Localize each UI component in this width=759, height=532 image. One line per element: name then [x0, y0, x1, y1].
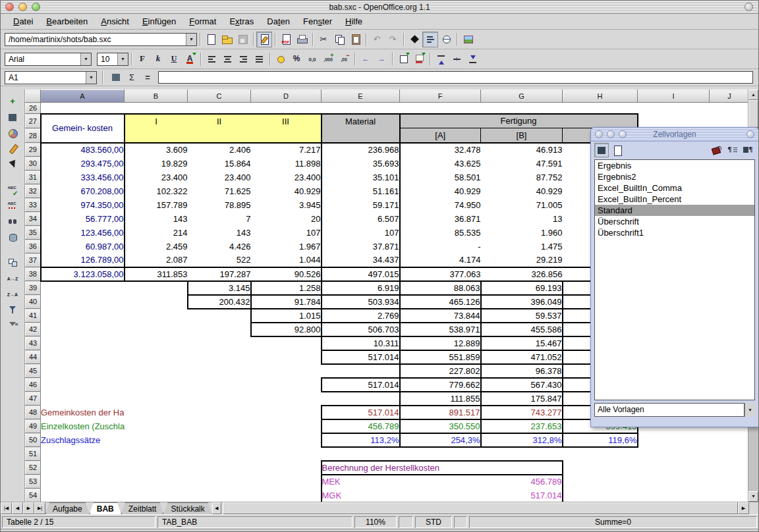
- gallery-icon[interactable]: [460, 32, 476, 47]
- next-sheet-button[interactable]: ▶: [23, 502, 34, 514]
- cell[interactable]: [125, 447, 188, 461]
- cell[interactable]: 175.847: [481, 392, 563, 406]
- cell[interactable]: [188, 447, 251, 461]
- cell[interactable]: 333.456,00: [41, 171, 125, 184]
- row-header[interactable]: 52: [26, 461, 41, 475]
- cell[interactable]: 37.871: [322, 240, 400, 253]
- cell[interactable]: [41, 392, 125, 406]
- cell[interactable]: [710, 103, 748, 114]
- cell[interactable]: MEK: [322, 475, 400, 489]
- cell[interactable]: 4.426: [188, 240, 251, 253]
- cell[interactable]: 12.889: [400, 336, 481, 350]
- cell[interactable]: 107: [251, 226, 322, 240]
- cell[interactable]: 51.161: [322, 184, 400, 198]
- dialog-title-bar[interactable]: Zellvorlagen: [591, 128, 758, 142]
- row-header[interactable]: 35: [26, 226, 41, 240]
- cell[interactable]: [563, 489, 638, 502]
- previous-sheet-button[interactable]: ◀: [12, 502, 23, 514]
- cell[interactable]: 503.934: [322, 295, 400, 309]
- cell[interactable]: [710, 433, 748, 447]
- align-bottom-icon[interactable]: [464, 51, 480, 67]
- cell[interactable]: 3.123.058,00: [41, 267, 125, 281]
- cell[interactable]: [638, 114, 710, 128]
- form-functions-icon[interactable]: [4, 157, 21, 173]
- new-style-selection-icon[interactable]: [725, 143, 739, 157]
- row-header[interactable]: 54: [26, 489, 41, 502]
- cell[interactable]: 522: [188, 253, 251, 267]
- cell-reference-box[interactable]: A1 ▼: [5, 71, 97, 84]
- cell[interactable]: 36.871: [400, 212, 481, 226]
- cell[interactable]: [638, 447, 710, 461]
- cell[interactable]: [710, 447, 748, 461]
- cell[interactable]: 6.507: [322, 212, 400, 226]
- cell[interactable]: [41, 309, 125, 323]
- decrease-indent-icon[interactable]: [358, 51, 374, 67]
- cell[interactable]: [188, 461, 251, 475]
- sort-descending-icon[interactable]: [4, 286, 21, 302]
- paste-icon[interactable]: [347, 32, 363, 47]
- cell[interactable]: Material: [322, 114, 400, 128]
- cell[interactable]: 197.287: [188, 267, 251, 281]
- cell[interactable]: 46.913: [481, 143, 563, 157]
- cell[interactable]: 506.703: [322, 323, 400, 336]
- cell[interactable]: 465.126: [400, 295, 481, 309]
- column-header[interactable]: B: [125, 90, 188, 103]
- scroll-down-icon[interactable]: ▼: [748, 491, 758, 502]
- cell[interactable]: 2.087: [125, 253, 188, 267]
- vertical-scroll-thumb[interactable]: [748, 100, 758, 128]
- cell[interactable]: 87.752: [481, 171, 563, 184]
- edit-file-icon[interactable]: [256, 32, 272, 47]
- cell[interactable]: [638, 433, 710, 447]
- cell[interactable]: 1.967: [251, 240, 322, 253]
- cell[interactable]: [41, 447, 125, 461]
- row-header[interactable]: 48: [26, 406, 41, 419]
- menu-bearbeiten[interactable]: Bearbeiten: [40, 15, 94, 28]
- row-header[interactable]: 28: [26, 128, 41, 143]
- style-filter-combobox[interactable]: Alle Vorlagen ▼: [594, 403, 755, 417]
- cell[interactable]: 29.219: [481, 253, 563, 267]
- cell[interactable]: [251, 128, 322, 143]
- cell[interactable]: 7: [188, 212, 251, 226]
- font-size-dropdown-icon[interactable]: ▼: [117, 53, 128, 65]
- cell[interactable]: [41, 103, 125, 114]
- percent-icon[interactable]: [289, 51, 304, 67]
- cell[interactable]: [251, 392, 322, 406]
- borders-icon[interactable]: [395, 51, 411, 67]
- cell[interactable]: [251, 406, 322, 419]
- style-list-item[interactable]: Excel_BuiltIn_Comma: [595, 182, 754, 194]
- cell[interactable]: [125, 378, 188, 392]
- style-list-item[interactable]: Ergebnis: [595, 160, 754, 171]
- column-header[interactable]: H: [563, 90, 638, 103]
- align-right-icon[interactable]: [235, 51, 251, 67]
- cell[interactable]: [710, 475, 748, 489]
- cell[interactable]: 312,8%: [481, 433, 563, 447]
- currency-icon[interactable]: [273, 51, 289, 67]
- stylist-icon[interactable]: [422, 32, 438, 47]
- cell[interactable]: [322, 392, 400, 406]
- cell[interactable]: 88.063: [400, 281, 481, 295]
- cell[interactable]: [638, 103, 710, 114]
- cut-icon[interactable]: [316, 32, 331, 47]
- dialog-shade-button[interactable]: [746, 130, 754, 138]
- row-header[interactable]: 44: [26, 350, 41, 364]
- cell[interactable]: 6.919: [322, 281, 400, 295]
- cell[interactable]: 43.625: [400, 157, 481, 171]
- cell[interactable]: 107: [322, 226, 400, 240]
- cell[interactable]: [481, 103, 563, 114]
- cell[interactable]: 111.855: [400, 392, 481, 406]
- cell[interactable]: [251, 350, 322, 364]
- cell[interactable]: 143: [188, 226, 251, 240]
- cell[interactable]: 1.475: [481, 240, 563, 253]
- cell[interactable]: 567.430: [481, 378, 563, 392]
- cell[interactable]: [41, 323, 125, 336]
- cell[interactable]: 227.802: [400, 364, 481, 378]
- cell[interactable]: 23.400: [125, 171, 188, 184]
- menu-format[interactable]: Format: [183, 15, 222, 28]
- cell[interactable]: [188, 489, 251, 502]
- cell[interactable]: [125, 295, 188, 309]
- cell[interactable]: 92.800: [251, 323, 322, 336]
- cell[interactable]: [41, 475, 125, 489]
- style-filter-dropdown-icon[interactable]: ▼: [745, 403, 755, 417]
- cell[interactable]: [125, 281, 188, 295]
- row-header[interactable]: 49: [26, 419, 41, 433]
